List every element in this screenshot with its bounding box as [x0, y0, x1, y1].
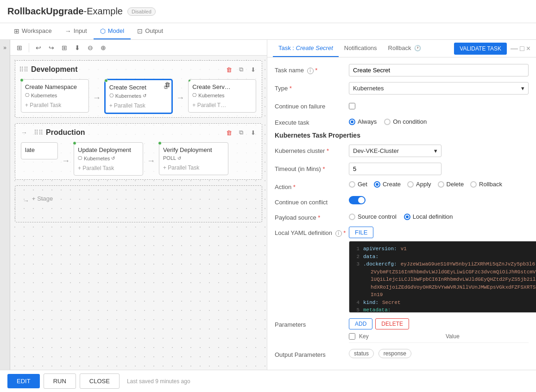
tab-model[interactable]: ⬡ Model: [94, 24, 131, 39]
undo-btn[interactable]: ↩: [33, 42, 44, 53]
continue-failure-checkbox[interactable]: [349, 103, 355, 109]
task-update-deployment[interactable]: Update Deployment ⎔ Kubernetes ↺ + Paral…: [74, 142, 143, 176]
action-get-radio[interactable]: [349, 181, 355, 188]
file-button[interactable]: FILE: [349, 227, 373, 238]
stage-production-title: Production: [46, 128, 85, 137]
action-get-option[interactable]: Get: [349, 181, 367, 188]
stage-export-btn[interactable]: ⬇: [248, 64, 258, 75]
params-label: Parameters: [275, 318, 349, 328]
payload-source-radio[interactable]: [349, 214, 355, 220]
parallel-task-btn[interactable]: + Parallel Task: [109, 102, 168, 109]
parallel-task-btn[interactable]: + Parallel Task: [25, 102, 85, 108]
stage-copy-btn[interactable]: ⧉: [236, 64, 246, 75]
payload-local-radio[interactable]: [404, 214, 410, 220]
tab-workspace[interactable]: ⊞ Workspace: [7, 24, 58, 39]
stage-copy-btn[interactable]: ⧉: [236, 127, 246, 138]
empty-stage: → + Stage: [15, 185, 262, 222]
execute-always-radio[interactable]: [349, 119, 355, 125]
empty-stage-arrow: →: [23, 197, 29, 204]
params-add-btn[interactable]: ADD: [349, 318, 372, 329]
stage-development-header: ⠿⠿ Development 🗑 ⧉ ⬇: [19, 64, 258, 75]
stage-drag-handle[interactable]: ⠿⠿: [34, 129, 43, 136]
production-tasks-row: late → Update Deployment ⎔ Kubernetes ↺ …: [19, 142, 258, 176]
grid-view-btn[interactable]: ⊞: [14, 42, 25, 53]
panel-tab-notifications[interactable]: Notifications: [339, 40, 383, 57]
connector-1: →: [91, 93, 103, 103]
task-create-namespace[interactable]: Create Namespace ⎔ Kubernetes + Parallel…: [21, 79, 89, 113]
stage-delete-btn[interactable]: 🗑: [224, 64, 234, 75]
execute-radio-group: Always On condition: [349, 116, 529, 125]
continue-failure-field: [349, 100, 529, 111]
action-apply-radio[interactable]: [407, 181, 414, 188]
redo-btn[interactable]: ↪: [46, 42, 57, 53]
timeout-input[interactable]: [349, 163, 441, 175]
restore-btn[interactable]: □: [520, 44, 524, 53]
add-stage-label[interactable]: + Stage: [32, 195, 53, 202]
yaml-label: Local YAML definition i *: [275, 227, 349, 237]
params-delete-btn[interactable]: DELETE: [375, 318, 409, 329]
yaml-editor[interactable]: 1apiVersion: v1 2data: 3 .dockercfg: eyJ…: [349, 241, 536, 313]
task-create-serv[interactable]: Create Serv… ⎔ Kubernetes + Parallel T…: [188, 79, 256, 113]
task-rollback-icon: ↺: [177, 156, 181, 161]
add-stage-btn[interactable]: ⊞: [59, 42, 70, 53]
task-verify-deployment[interactable]: Verify Deployment POLL ↺ + Parallel Task: [159, 142, 228, 175]
params-value-col: Value: [446, 333, 529, 340]
yaml-info-icon[interactable]: i: [335, 230, 342, 237]
run-button[interactable]: RUN: [44, 373, 76, 389]
task-status-dot: [20, 78, 24, 82]
stage-export-btn[interactable]: ⬇: [248, 127, 258, 138]
zoom-in-btn[interactable]: ⊕: [98, 42, 109, 53]
parallel-task-btn[interactable]: + Parallel Task: [163, 164, 224, 171]
action-delete-radio[interactable]: [438, 181, 444, 188]
task-name-info-icon[interactable]: i: [307, 68, 314, 74]
task-title: Create Serv…: [192, 83, 252, 90]
task-late[interactable]: late: [21, 142, 58, 159]
task-name-input[interactable]: [349, 64, 529, 76]
input-icon: →: [65, 27, 71, 35]
stage-delete-btn[interactable]: 🗑: [224, 127, 234, 138]
payload-source-control-option[interactable]: Source control: [349, 213, 397, 220]
panel-tab-task[interactable]: Task : Create Secret: [273, 40, 339, 57]
conflict-field: [349, 196, 529, 204]
action-delete-option[interactable]: Delete: [438, 181, 464, 188]
panel-tab-rollback[interactable]: Rollback 🕐: [383, 40, 427, 57]
stage-drag-handle[interactable]: ⠿⠿: [19, 66, 28, 73]
edit-button[interactable]: EDIT: [7, 374, 40, 388]
cluster-select[interactable]: Dev-VKE-Cluster ▾: [349, 145, 441, 157]
payload-local-option[interactable]: Local definition: [404, 213, 453, 220]
action-rollback-radio[interactable]: [470, 181, 477, 188]
tab-output[interactable]: ⊡ Output: [131, 24, 170, 39]
production-flow-arrow: →: [19, 129, 29, 136]
yaml-field: FILE 1apiVersion: v1 2data: 3 .dockercfg…: [349, 227, 536, 313]
close-button[interactable]: CLOSE: [80, 373, 120, 389]
panel-close-btn[interactable]: ×: [526, 44, 530, 53]
task-create-secret[interactable]: Create Secret ⧉ ⎔ Kubernetes ↺ 🗑 + Paral…: [105, 79, 173, 114]
action-create-radio[interactable]: [374, 181, 380, 188]
type-select[interactable]: Kubernetes ▾: [349, 82, 529, 95]
execute-condition-option[interactable]: On condition: [384, 118, 427, 125]
task-title: Update Deployment: [78, 146, 139, 153]
task-type: POLL ↺: [163, 155, 224, 161]
validate-task-btn[interactable]: VALIDATE TASK: [454, 43, 507, 55]
params-select-all-checkbox[interactable]: [349, 333, 355, 340]
task-rollback-icon: ↺: [111, 156, 115, 161]
execute-condition-radio[interactable]: [384, 119, 391, 125]
tab-input[interactable]: → Input: [58, 24, 94, 39]
action-rollback-option[interactable]: Rollback: [470, 181, 502, 188]
sidebar-toggle[interactable]: »: [0, 40, 10, 370]
task-title: late: [25, 146, 54, 153]
zoom-out-btn[interactable]: ⊖: [85, 42, 96, 53]
output-params-row: Output Parameters status response: [275, 348, 529, 358]
task-delete-icon[interactable]: 🗑: [164, 81, 170, 88]
output-response-chip: response: [378, 349, 411, 358]
execute-always-option[interactable]: Always: [349, 118, 377, 125]
parallel-task-btn[interactable]: + Parallel T…: [192, 102, 252, 108]
action-apply-option[interactable]: Apply: [407, 181, 431, 188]
canvas-toolbar: ⊞ ↩ ↪ ⊞ ⬇ ⊖ ⊕: [10, 40, 267, 56]
import-btn[interactable]: ⬇: [72, 42, 83, 53]
action-create-option[interactable]: Create: [374, 181, 401, 188]
parallel-task-btn[interactable]: + Parallel Task: [78, 165, 139, 171]
conflict-toggle[interactable]: [349, 196, 366, 204]
minimize-btn[interactable]: —: [511, 44, 518, 53]
yaml-row: Local YAML definition i * FILE 1apiVersi…: [275, 227, 529, 313]
